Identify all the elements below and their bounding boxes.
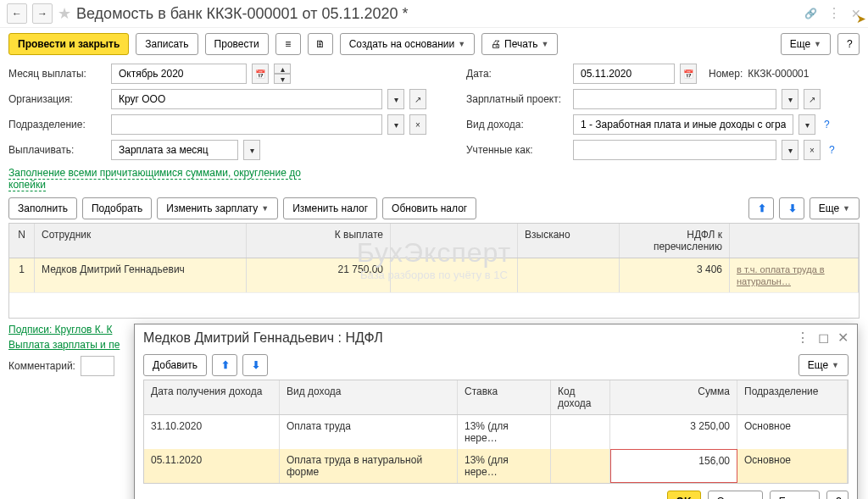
- month-up-button[interactable]: ▴: [274, 64, 291, 74]
- income-type-dropdown-button[interactable]: ▾: [798, 114, 815, 135]
- cell-sum-editing[interactable]: 156,00: [610, 449, 737, 483]
- income-type-help-link[interactable]: ?: [824, 119, 830, 130]
- col-type-header[interactable]: Вид дохода: [280, 380, 458, 414]
- col-sum-header[interactable]: Сумма: [610, 380, 737, 414]
- dept-clear-button[interactable]: ×: [409, 114, 426, 135]
- col-date-header[interactable]: Дата получения дохода: [144, 380, 280, 414]
- print-icon: [491, 38, 501, 50]
- salary-proj-dropdown-button[interactable]: ▾: [782, 89, 798, 109]
- col-rate-header[interactable]: Ставка: [458, 380, 551, 414]
- col-code-header[interactable]: Код дохода: [551, 380, 610, 414]
- modal-more-button[interactable]: Еще ▼: [798, 354, 849, 376]
- date-input[interactable]: [573, 64, 675, 84]
- move-up-button[interactable]: ⬆: [748, 197, 774, 219]
- arrow-up-icon: ⬆: [758, 202, 766, 214]
- dept-dropdown-button[interactable]: ▾: [387, 114, 404, 135]
- org-input[interactable]: [111, 89, 382, 109]
- move-down-button[interactable]: ⬇: [779, 197, 804, 219]
- org-dropdown-button[interactable]: ▾: [387, 89, 404, 109]
- month-down-button[interactable]: ▾: [274, 74, 291, 84]
- chevron-down-icon: ▼: [832, 361, 839, 369]
- table-more-button[interactable]: Еще ▼: [810, 197, 860, 219]
- accounted-label: Учтенные как:: [466, 144, 568, 156]
- ndfl-row-active[interactable]: 05.11.2020 Оплата труда в натуральной фо…: [144, 449, 848, 483]
- post-and-close-button[interactable]: Провести и закрыть: [8, 33, 129, 55]
- titlebar: ← → ★ Ведомость в банк ККЗК-000001 от 05…: [0, 0, 868, 28]
- post-button[interactable]: Провести: [205, 33, 269, 55]
- cell-sub: Основное: [737, 415, 848, 449]
- change-tax-button[interactable]: Изменить налог: [283, 197, 377, 219]
- modal-cancel-button[interactable]: Отмена: [708, 491, 763, 499]
- modal-move-down-button[interactable]: ⬇: [242, 354, 268, 376]
- help-button[interactable]: ?: [837, 33, 860, 55]
- ndfl-grid-header: Дата получения дохода Вид дохода Ставка …: [144, 380, 848, 415]
- cell-sum: 3 250,00: [610, 415, 737, 449]
- income-type-input[interactable]: [573, 114, 793, 135]
- salary-proj-open-button[interactable]: ↗: [804, 89, 821, 109]
- col-pay-header[interactable]: К выплате: [247, 224, 391, 258]
- modal-help-button[interactable]: ?: [826, 491, 849, 499]
- month-label: Месяц выплаты:: [8, 68, 106, 80]
- cell-sub: Основное: [737, 449, 848, 483]
- modal-move-up-button[interactable]: ⬆: [212, 354, 237, 376]
- salary-proj-input[interactable]: [573, 89, 776, 109]
- accounted-help-link[interactable]: ?: [829, 144, 835, 156]
- dept-input[interactable]: [111, 114, 382, 135]
- more-button[interactable]: Еще ▼: [781, 33, 831, 55]
- cell-date: 31.10.2020: [144, 415, 280, 449]
- kebab-menu-icon[interactable]: ⋮: [827, 9, 841, 18]
- table-row[interactable]: 1 Медков Дмитрий Геннадьевич 21 750,00 3…: [9, 258, 859, 292]
- pay-input[interactable]: [111, 140, 238, 160]
- accounted-input[interactable]: [573, 140, 776, 160]
- print-button[interactable]: Печать ▼: [481, 33, 558, 55]
- modal-close-icon[interactable]: ✕: [837, 330, 849, 346]
- modal-titlebar: Медков Дмитрий Геннадьевич : НДФЛ ⋮ ◻ ✕: [135, 324, 857, 351]
- create-based-button[interactable]: Создать на основании ▼: [340, 33, 475, 55]
- cell-code: [551, 449, 610, 483]
- chevron-down-icon: ▼: [843, 204, 850, 213]
- doc-button[interactable]: [308, 33, 333, 55]
- modal-more2-button[interactable]: Еще ▼: [770, 491, 820, 499]
- modal-ok-button[interactable]: OK: [667, 491, 701, 499]
- modal-maximize-icon[interactable]: ◻: [818, 330, 829, 346]
- employee-grid: N Сотрудник К выплате Взыскано НДФЛ к пе…: [8, 223, 860, 319]
- nav-forward-button[interactable]: →: [32, 3, 53, 24]
- fill-settings-link[interactable]: Заполнение всеми причитающимися суммами,…: [8, 167, 301, 191]
- fill-button[interactable]: Заполнить: [8, 197, 77, 219]
- calendar-icon[interactable]: 📅: [252, 64, 269, 84]
- favorite-star-icon[interactable]: ★: [58, 4, 71, 23]
- dept-label: Подразделение:: [8, 119, 106, 130]
- month-input[interactable]: [111, 64, 247, 84]
- natural-form-link[interactable]: в т.ч. оплата труда в натуральн…: [737, 264, 825, 286]
- cell-code: [551, 415, 610, 449]
- window-title: Ведомость в банк ККЗК-000001 от 05.11.20…: [76, 5, 799, 23]
- date-calendar-button[interactable]: 📅: [680, 64, 697, 84]
- org-label: Организация:: [8, 93, 106, 105]
- accounted-clear-button[interactable]: ×: [804, 140, 821, 160]
- org-open-button[interactable]: ↗: [409, 89, 426, 109]
- chevron-down-icon: ▼: [814, 40, 821, 48]
- select-button[interactable]: Подобрать: [82, 197, 152, 219]
- comment-input[interactable]: [81, 356, 114, 376]
- form-area: Месяц выплаты: 📅 ▴ ▾ Организация: ▾ ↗ По…: [0, 60, 868, 194]
- list-view-button[interactable]: [275, 33, 301, 55]
- modal-kebab-icon[interactable]: ⋮: [796, 334, 810, 342]
- col-tax-header[interactable]: Взыскано: [518, 224, 620, 258]
- cell-rate: 13% (для нере…: [458, 449, 551, 483]
- cell-pay: 21 750,00: [247, 258, 391, 292]
- write-button[interactable]: Записать: [136, 33, 198, 55]
- accounted-dropdown-button[interactable]: ▾: [782, 140, 798, 160]
- col-emp-header[interactable]: Сотрудник: [35, 224, 247, 258]
- arrow-down-icon: ⬇: [788, 202, 797, 214]
- ndfl-row[interactable]: 31.10.2020 Оплата труда 13% (для нере… 3…: [144, 415, 848, 449]
- attach-icon[interactable]: 🔗: [804, 8, 817, 19]
- nav-back-button[interactable]: ←: [7, 3, 27, 24]
- col-n-header[interactable]: N: [9, 224, 35, 258]
- cell-type: Оплата труда в натуральной форме: [280, 449, 458, 483]
- modal-add-button[interactable]: Добавить: [143, 354, 207, 376]
- col-sub-header[interactable]: Подразделение: [737, 380, 848, 414]
- col-ndfl-header[interactable]: НДФЛ к перечислению: [620, 224, 730, 258]
- pay-dropdown-button[interactable]: ▾: [243, 140, 260, 160]
- update-tax-button[interactable]: Обновить налог: [382, 197, 476, 219]
- change-salary-button[interactable]: Изменить зарплату ▼: [157, 197, 278, 219]
